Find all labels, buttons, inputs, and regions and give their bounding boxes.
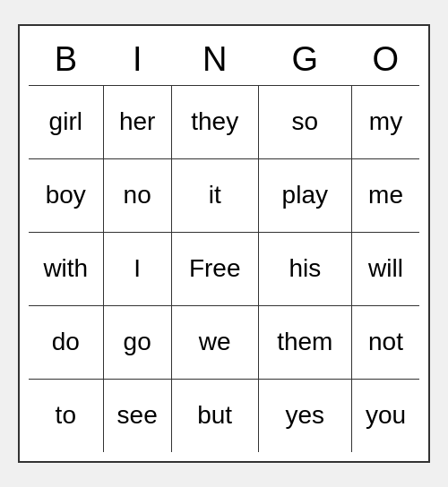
cell-r3c5[interactable]: will bbox=[352, 232, 419, 305]
cell-r2c2[interactable]: no bbox=[103, 158, 171, 232]
cell-r4c5[interactable]: not bbox=[352, 305, 419, 379]
header-g: G bbox=[258, 35, 351, 85]
cell-r2c3[interactable]: it bbox=[171, 158, 258, 232]
header-row: B I N G O bbox=[29, 35, 419, 85]
cell-r3c4[interactable]: his bbox=[258, 232, 351, 305]
table-row: boy no it play me bbox=[29, 158, 419, 232]
cell-r2c1[interactable]: boy bbox=[29, 158, 103, 232]
table-row: do go we them not bbox=[29, 305, 419, 379]
cell-r4c2[interactable]: go bbox=[103, 305, 171, 379]
cell-r1c2[interactable]: her bbox=[103, 85, 171, 158]
bingo-table: B I N G O girl her they so my boy no it … bbox=[29, 35, 419, 452]
cell-r1c1[interactable]: girl bbox=[29, 85, 103, 158]
cell-r5c4[interactable]: yes bbox=[258, 379, 351, 452]
table-row: with I Free his will bbox=[29, 232, 419, 305]
header-b: B bbox=[29, 35, 103, 85]
table-row: girl her they so my bbox=[29, 85, 419, 158]
cell-r2c4[interactable]: play bbox=[258, 158, 351, 232]
cell-r5c1[interactable]: to bbox=[29, 379, 103, 452]
header-o: O bbox=[352, 35, 419, 85]
cell-r3c2[interactable]: I bbox=[103, 232, 171, 305]
cell-r1c5[interactable]: my bbox=[352, 85, 419, 158]
cell-r5c2[interactable]: see bbox=[103, 379, 171, 452]
cell-r3c1[interactable]: with bbox=[29, 232, 103, 305]
header-n: N bbox=[171, 35, 258, 85]
cell-r4c1[interactable]: do bbox=[29, 305, 103, 379]
cell-r1c4[interactable]: so bbox=[258, 85, 351, 158]
table-row: to see but yes you bbox=[29, 379, 419, 452]
bingo-card: B I N G O girl her they so my boy no it … bbox=[18, 24, 430, 463]
cell-r5c5[interactable]: you bbox=[352, 379, 419, 452]
cell-r3c3[interactable]: Free bbox=[171, 232, 258, 305]
header-i: I bbox=[103, 35, 171, 85]
cell-r1c3[interactable]: they bbox=[171, 85, 258, 158]
cell-r5c3[interactable]: but bbox=[171, 379, 258, 452]
cell-r4c3[interactable]: we bbox=[171, 305, 258, 379]
cell-r4c4[interactable]: them bbox=[258, 305, 351, 379]
cell-r2c5[interactable]: me bbox=[352, 158, 419, 232]
